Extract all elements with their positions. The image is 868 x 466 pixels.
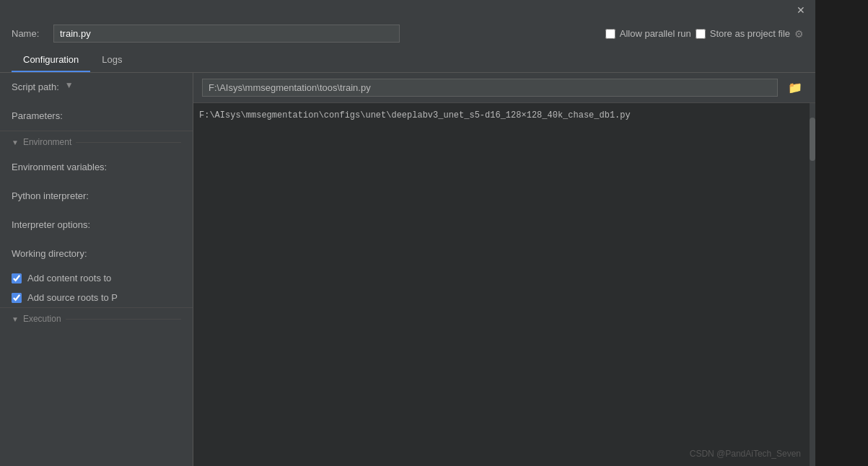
python-interpreter-row: Python interpreter: [0,182,193,211]
content-area: Script path: ▼ Parameters: ▼ Environment… [0,73,815,466]
script-path-input-row: 📁 [193,73,815,103]
script-path-row: Script path: ▼ [0,73,193,102]
environment-arrow-icon: ▼ [12,139,19,146]
script-path-input[interactable] [202,79,778,97]
name-input[interactable] [53,25,400,43]
python-interpreter-label: Python interpreter: [12,189,89,203]
execution-arrow-icon: ▼ [12,315,19,323]
folder-browse-button[interactable]: 📁 [784,79,807,96]
scrollbar-thumb[interactable] [810,118,815,161]
execution-section[interactable]: ▼ Execution [0,307,193,330]
working-directory-row: Working directory: [0,239,193,268]
allow-parallel-checkbox[interactable] [605,29,615,39]
parameters-area: F:\AIsys\mmsegmentation\configs\unet\dee… [193,103,815,466]
add-content-roots-checkbox[interactable] [12,273,22,283]
environment-label: Environment [23,137,71,147]
environment-divider [76,142,181,143]
gear-icon[interactable]: ⚙ [794,28,804,40]
close-button[interactable]: ✕ [792,3,810,17]
tab-configuration[interactable]: Configuration [12,48,90,72]
options-group: Allow parallel run Store as project file… [605,28,804,40]
name-row: Name: Allow parallel run Store as projec… [0,20,815,48]
title-bar: ✕ [0,0,815,20]
execution-label: Execution [23,314,61,324]
right-panel: 📁 F:\AIsys\mmsegmentation\configs\unet\d… [193,73,815,466]
add-source-roots-label[interactable]: Add source roots to P [27,292,118,303]
env-vars-label: Environment variables: [12,160,107,175]
allow-parallel-label[interactable]: Allow parallel run [605,28,691,39]
add-source-roots-row: Add source roots to P [0,288,193,307]
name-label: Name: [12,28,48,39]
store-project-checkbox[interactable] [696,29,706,39]
folder-icon: 📁 [788,82,802,94]
environment-section[interactable]: ▼ Environment [0,131,193,153]
parameters-row: Parameters: [0,102,193,131]
add-source-roots-checkbox[interactable] [12,293,22,303]
interpreter-options-row: Interpreter options: [0,211,193,239]
left-panel: Script path: ▼ Parameters: ▼ Environment… [0,73,193,466]
script-path-label: Script path: [12,80,59,94]
tabs-bar: Configuration Logs [0,48,815,73]
env-vars-row: Environment variables: [0,153,193,182]
watermark: CSDN @PandAiTech_Seven [690,449,801,459]
store-project-label[interactable]: Store as project file [696,28,790,39]
scrollbar[interactable] [810,103,815,466]
tab-logs[interactable]: Logs [90,48,133,72]
script-path-dropdown-icon[interactable]: ▼ [65,80,74,90]
parameters-label: Parameters: [12,109,63,123]
execution-divider [66,319,181,320]
add-content-roots-label[interactable]: Add content roots to [27,273,111,283]
parameters-value[interactable]: F:\AIsys\mmsegmentation\configs\unet\dee… [199,109,810,123]
right-side-decoration [815,0,868,466]
working-directory-label: Working directory: [12,247,87,261]
interpreter-options-label: Interpreter options: [12,218,90,232]
add-content-roots-row: Add content roots to [0,268,193,288]
